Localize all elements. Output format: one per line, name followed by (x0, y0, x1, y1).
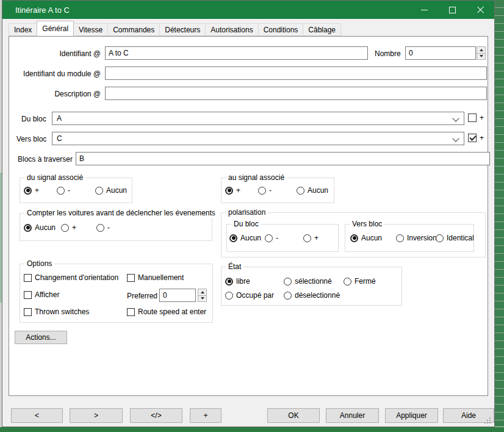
compter-group-title: Compter les voitures avant de déclencher… (24, 209, 218, 217)
radio-label: Aucun (361, 234, 382, 242)
window-controls (410, 1, 494, 19)
vers-bloc-combobox[interactable]: C (52, 132, 464, 145)
radio-label: + (236, 186, 240, 195)
cancel-button[interactable]: Annuler (326, 408, 379, 423)
radio-du-signal-aucun[interactable]: Aucun (95, 186, 127, 195)
blocs-traverser-input[interactable] (76, 152, 490, 165)
checkbox-icon (24, 274, 32, 282)
polarisation-du-bloc-title: Du bloc (231, 220, 261, 228)
du-bloc-label: Du bloc (21, 115, 46, 123)
arrow-up-icon (201, 291, 204, 293)
radio-label: Aucun (308, 186, 328, 195)
radio-compter-plus[interactable]: + (61, 223, 76, 232)
tab-conditions[interactable]: Conditions (258, 23, 304, 36)
radio-label: Aucun (106, 186, 127, 195)
description-input[interactable] (105, 87, 487, 100)
radio-label: Aucun (240, 234, 261, 242)
module-input[interactable] (105, 67, 487, 80)
radio-icon (344, 278, 351, 286)
radio-du-signal-plus[interactable]: + (24, 186, 39, 195)
checkbox-changement-orientation[interactable]: Changement d'orientation (24, 273, 118, 282)
checkbox-thrown-switches[interactable]: Thrown switches (24, 308, 89, 316)
maximize-icon (449, 7, 456, 13)
compter-group: Compter les voitures avant de déclencher… (20, 213, 212, 241)
radio-polar-du-minus[interactable]: - (265, 234, 278, 242)
vers-bloc-plus-checkbox[interactable] (468, 134, 477, 142)
nombre-input[interactable] (405, 46, 476, 60)
radio-etat-selectionne[interactable]: sélectionné (284, 277, 332, 286)
tab-detecteurs[interactable]: Détecteurs (159, 23, 206, 36)
radio-icon (96, 224, 104, 232)
radio-label: - (68, 186, 70, 195)
identifiant-input[interactable] (105, 46, 368, 60)
radio-etat-ferme[interactable]: Fermé (344, 277, 376, 286)
nombre-spin-down-button[interactable] (477, 53, 486, 60)
radio-icon (396, 234, 404, 242)
nombre-spinner (477, 46, 486, 60)
au-signal-group: au signal associé + - Aucun (221, 178, 334, 203)
radio-label: + (35, 186, 39, 195)
code-button[interactable]: </> (130, 408, 182, 423)
tab-cablage[interactable]: Câblage (303, 23, 341, 36)
plus-button[interactable]: + (190, 408, 221, 423)
radio-etat-deselectionne[interactable]: déselectionné (284, 291, 340, 300)
radio-icon (24, 187, 32, 195)
radio-polar-vers-inversion[interactable]: Inversion (396, 234, 437, 242)
actions-button[interactable]: Actions... (15, 331, 67, 344)
du-bloc-combobox[interactable]: A (52, 112, 464, 125)
screen: Itinéraire A to C Index Général Vitesse … (0, 0, 504, 432)
next-button[interactable]: > (70, 408, 123, 423)
tab-index[interactable]: Index (9, 23, 37, 36)
chevron-down-icon (452, 115, 459, 121)
ok-button[interactable]: OK (267, 408, 320, 423)
radio-du-signal-minus[interactable]: - (57, 186, 70, 195)
tab-general[interactable]: Général (37, 21, 74, 36)
minimize-button[interactable] (410, 1, 438, 19)
tab-commandes[interactable]: Commandes (107, 23, 160, 36)
help-button[interactable]: Aide (443, 408, 494, 423)
radio-polar-vers-aucun[interactable]: Aucun (350, 234, 382, 242)
radio-au-signal-aucun[interactable]: Aucun (297, 186, 328, 195)
preferred-input[interactable] (159, 289, 196, 302)
tab-vitesse[interactable]: Vitesse (73, 23, 108, 36)
close-button[interactable] (466, 1, 494, 19)
du-bloc-plus-checkbox[interactable] (468, 113, 477, 122)
radio-au-signal-minus[interactable]: - (258, 186, 272, 195)
radio-etat-libre[interactable]: libre (225, 277, 250, 286)
radio-polar-du-plus[interactable]: + (303, 234, 319, 242)
radio-label: Identical (447, 234, 474, 242)
maximize-button[interactable] (438, 1, 466, 19)
checkbox-afficher[interactable]: Afficher (24, 290, 59, 299)
radio-label: - (276, 234, 278, 242)
tab-autorisations[interactable]: Autorisations (205, 23, 258, 36)
prev-button[interactable]: < (11, 408, 63, 423)
checkbox-label: Changement d'orientation (35, 273, 118, 282)
radio-polar-vers-identical[interactable]: Identical (436, 234, 474, 242)
checkbox-label: Afficher (35, 290, 59, 299)
tab-bar: Index Général Vitesse Commandes Détecteu… (9, 21, 340, 36)
checkbox-icon (127, 308, 135, 316)
arrow-down-icon (480, 55, 483, 57)
radio-compter-aucun[interactable]: Aucun (24, 223, 56, 232)
radio-icon (265, 234, 273, 242)
radio-polar-du-aucun[interactable]: Aucun (229, 234, 261, 242)
resize-grip-icon[interactable] (489, 422, 491, 423)
module-label: Identifiant du module @ (9, 70, 101, 78)
radio-label: Occupé par (236, 291, 274, 300)
arrow-down-icon (201, 297, 204, 300)
apply-button[interactable]: Appliquer (385, 408, 438, 423)
radio-label: sélectionné (295, 277, 332, 286)
radio-label: Fermé (355, 277, 376, 286)
checkbox-route-speed[interactable]: Route speed at enter (127, 308, 206, 316)
checkbox-manuellement[interactable]: Manuellement (127, 273, 184, 282)
radio-compter-minus[interactable]: - (96, 223, 110, 232)
radio-icon (303, 234, 311, 242)
radio-etat-occupe-par[interactable]: Occupé par (225, 291, 274, 300)
radio-icon (57, 187, 65, 195)
identifiant-label: Identifiant @ (9, 49, 101, 58)
preferred-spin-down-button[interactable] (198, 295, 207, 303)
etat-group-title: État (226, 262, 243, 271)
radio-icon (229, 234, 237, 242)
radio-au-signal-plus[interactable]: + (225, 186, 240, 195)
vers-bloc-value: C (57, 134, 62, 143)
